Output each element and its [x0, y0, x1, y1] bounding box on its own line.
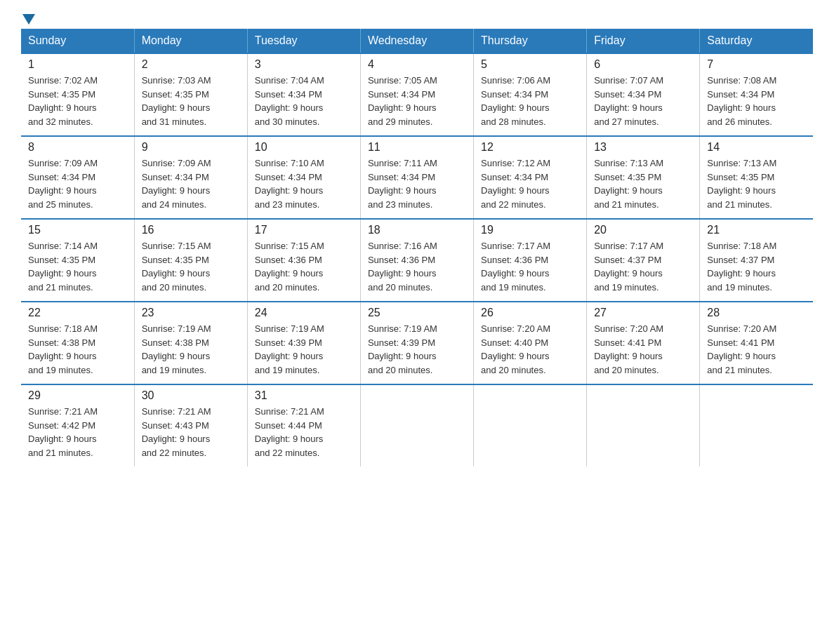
- calendar-cell: 28 Sunrise: 7:20 AMSunset: 4:41 PMDaylig…: [700, 302, 813, 384]
- day-number: 10: [255, 141, 353, 154]
- day-number: 11: [368, 141, 466, 154]
- day-info: Sunrise: 7:20 AMSunset: 4:41 PMDaylight:…: [707, 322, 806, 377]
- calendar-week-5: 29 Sunrise: 7:21 AMSunset: 4:42 PMDaylig…: [21, 384, 813, 467]
- day-number: 24: [255, 307, 353, 319]
- calendar-cell: 1 Sunrise: 7:02 AMSunset: 4:35 PMDayligh…: [21, 53, 134, 136]
- day-number: 26: [481, 307, 579, 319]
- calendar-cell: 13 Sunrise: 7:13 AMSunset: 4:35 PMDaylig…: [587, 136, 700, 219]
- day-number: 1: [28, 58, 127, 71]
- calendar-cell: 22 Sunrise: 7:18 AMSunset: 4:38 PMDaylig…: [21, 302, 134, 384]
- calendar-cell: 16 Sunrise: 7:15 AMSunset: 4:35 PMDaylig…: [134, 219, 247, 302]
- calendar-cell: 20 Sunrise: 7:17 AMSunset: 4:37 PMDaylig…: [587, 219, 700, 302]
- day-number: 12: [481, 141, 579, 154]
- day-number: 21: [707, 224, 806, 236]
- calendar-cell: 21 Sunrise: 7:18 AMSunset: 4:37 PMDaylig…: [700, 219, 813, 302]
- calendar-cell: 14 Sunrise: 7:13 AMSunset: 4:35 PMDaylig…: [700, 136, 813, 219]
- weekday-header-wednesday: Wednesday: [360, 29, 473, 53]
- day-number: 4: [368, 58, 466, 71]
- logo: [21, 14, 35, 22]
- calendar-week-1: 1 Sunrise: 7:02 AMSunset: 4:35 PMDayligh…: [21, 53, 813, 136]
- calendar-cell: 18 Sunrise: 7:16 AMSunset: 4:36 PMDaylig…: [360, 219, 473, 302]
- calendar-table: SundayMondayTuesdayWednesdayThursdayFrid…: [21, 29, 813, 467]
- day-info: Sunrise: 7:14 AMSunset: 4:35 PMDaylight:…: [28, 239, 127, 294]
- day-info: Sunrise: 7:04 AMSunset: 4:34 PMDaylight:…: [255, 74, 353, 128]
- day-number: 18: [368, 224, 466, 236]
- day-number: 17: [255, 224, 353, 236]
- calendar-cell: 3 Sunrise: 7:04 AMSunset: 4:34 PMDayligh…: [247, 53, 360, 136]
- day-info: Sunrise: 7:02 AMSunset: 4:35 PMDaylight:…: [28, 74, 127, 128]
- calendar-cell: 2 Sunrise: 7:03 AMSunset: 4:35 PMDayligh…: [134, 53, 247, 136]
- day-info: Sunrise: 7:12 AMSunset: 4:34 PMDaylight:…: [481, 156, 579, 211]
- day-info: Sunrise: 7:17 AMSunset: 4:37 PMDaylight:…: [594, 239, 692, 294]
- day-info: Sunrise: 7:13 AMSunset: 4:35 PMDaylight:…: [707, 156, 806, 211]
- day-info: Sunrise: 7:05 AMSunset: 4:34 PMDaylight:…: [368, 74, 466, 128]
- day-info: Sunrise: 7:16 AMSunset: 4:36 PMDaylight:…: [368, 239, 466, 294]
- day-number: 15: [28, 224, 127, 236]
- calendar-cell: 10 Sunrise: 7:10 AMSunset: 4:34 PMDaylig…: [247, 136, 360, 219]
- calendar-cell: 8 Sunrise: 7:09 AMSunset: 4:34 PMDayligh…: [21, 136, 134, 219]
- calendar-cell: [360, 384, 473, 467]
- day-number: 28: [707, 307, 806, 319]
- day-info: Sunrise: 7:13 AMSunset: 4:35 PMDaylight:…: [594, 156, 692, 211]
- day-info: Sunrise: 7:09 AMSunset: 4:34 PMDaylight:…: [28, 156, 127, 211]
- day-info: Sunrise: 7:11 AMSunset: 4:34 PMDaylight:…: [368, 156, 466, 211]
- calendar-week-4: 22 Sunrise: 7:18 AMSunset: 4:38 PMDaylig…: [21, 302, 813, 384]
- calendar-cell: 11 Sunrise: 7:11 AMSunset: 4:34 PMDaylig…: [360, 136, 473, 219]
- calendar-cell: 27 Sunrise: 7:20 AMSunset: 4:41 PMDaylig…: [587, 302, 700, 384]
- day-info: Sunrise: 7:15 AMSunset: 4:36 PMDaylight:…: [255, 239, 353, 294]
- day-number: 13: [594, 141, 692, 154]
- day-info: Sunrise: 7:20 AMSunset: 4:40 PMDaylight:…: [481, 322, 579, 377]
- weekday-header-saturday: Saturday: [700, 29, 813, 53]
- day-number: 7: [707, 58, 806, 71]
- day-info: Sunrise: 7:08 AMSunset: 4:34 PMDaylight:…: [707, 74, 806, 128]
- calendar-cell: 17 Sunrise: 7:15 AMSunset: 4:36 PMDaylig…: [247, 219, 360, 302]
- day-number: 23: [142, 307, 240, 319]
- day-info: Sunrise: 7:19 AMSunset: 4:39 PMDaylight:…: [255, 322, 353, 377]
- calendar-cell: 15 Sunrise: 7:14 AMSunset: 4:35 PMDaylig…: [21, 219, 134, 302]
- calendar-cell: 29 Sunrise: 7:21 AMSunset: 4:42 PMDaylig…: [21, 384, 134, 467]
- day-info: Sunrise: 7:15 AMSunset: 4:35 PMDaylight:…: [142, 239, 240, 294]
- day-number: 14: [707, 141, 806, 154]
- day-info: Sunrise: 7:19 AMSunset: 4:39 PMDaylight:…: [368, 322, 466, 377]
- day-number: 31: [255, 389, 353, 402]
- calendar-cell: 7 Sunrise: 7:08 AMSunset: 4:34 PMDayligh…: [700, 53, 813, 136]
- day-info: Sunrise: 7:09 AMSunset: 4:34 PMDaylight:…: [142, 156, 240, 211]
- calendar-cell: 25 Sunrise: 7:19 AMSunset: 4:39 PMDaylig…: [360, 302, 473, 384]
- day-info: Sunrise: 7:21 AMSunset: 4:44 PMDaylight:…: [255, 405, 353, 459]
- day-info: Sunrise: 7:18 AMSunset: 4:38 PMDaylight:…: [28, 322, 127, 377]
- weekday-header-monday: Monday: [134, 29, 247, 53]
- logo-triangle-icon: [22, 14, 35, 25]
- day-info: Sunrise: 7:19 AMSunset: 4:38 PMDaylight:…: [142, 322, 240, 377]
- day-number: 19: [481, 224, 579, 236]
- day-number: 16: [142, 224, 240, 236]
- weekday-header-tuesday: Tuesday: [247, 29, 360, 53]
- header: [21, 14, 813, 22]
- day-number: 8: [28, 141, 127, 154]
- day-info: Sunrise: 7:03 AMSunset: 4:35 PMDaylight:…: [142, 74, 240, 128]
- calendar-week-2: 8 Sunrise: 7:09 AMSunset: 4:34 PMDayligh…: [21, 136, 813, 219]
- calendar-cell: 31 Sunrise: 7:21 AMSunset: 4:44 PMDaylig…: [247, 384, 360, 467]
- day-number: 6: [594, 58, 692, 71]
- calendar-cell: 12 Sunrise: 7:12 AMSunset: 4:34 PMDaylig…: [474, 136, 587, 219]
- calendar-cell: 4 Sunrise: 7:05 AMSunset: 4:34 PMDayligh…: [360, 53, 473, 136]
- day-info: Sunrise: 7:06 AMSunset: 4:34 PMDaylight:…: [481, 74, 579, 128]
- calendar-cell: 19 Sunrise: 7:17 AMSunset: 4:36 PMDaylig…: [474, 219, 587, 302]
- day-number: 22: [28, 307, 127, 319]
- day-number: 25: [368, 307, 466, 319]
- calendar-header: SundayMondayTuesdayWednesdayThursdayFrid…: [21, 29, 813, 53]
- calendar-cell: 24 Sunrise: 7:19 AMSunset: 4:39 PMDaylig…: [247, 302, 360, 384]
- calendar-cell: 5 Sunrise: 7:06 AMSunset: 4:34 PMDayligh…: [474, 53, 587, 136]
- calendar-cell: [700, 384, 813, 467]
- calendar-cell: 26 Sunrise: 7:20 AMSunset: 4:40 PMDaylig…: [474, 302, 587, 384]
- day-info: Sunrise: 7:21 AMSunset: 4:43 PMDaylight:…: [142, 405, 240, 459]
- day-info: Sunrise: 7:07 AMSunset: 4:34 PMDaylight:…: [594, 74, 692, 128]
- calendar-cell: [474, 384, 587, 467]
- day-info: Sunrise: 7:18 AMSunset: 4:37 PMDaylight:…: [707, 239, 806, 294]
- day-info: Sunrise: 7:20 AMSunset: 4:41 PMDaylight:…: [594, 322, 692, 377]
- day-info: Sunrise: 7:17 AMSunset: 4:36 PMDaylight:…: [481, 239, 579, 294]
- calendar-cell: 9 Sunrise: 7:09 AMSunset: 4:34 PMDayligh…: [134, 136, 247, 219]
- day-info: Sunrise: 7:10 AMSunset: 4:34 PMDaylight:…: [255, 156, 353, 211]
- day-number: 5: [481, 58, 579, 71]
- calendar-cell: 6 Sunrise: 7:07 AMSunset: 4:34 PMDayligh…: [587, 53, 700, 136]
- logo-line1: [21, 14, 35, 25]
